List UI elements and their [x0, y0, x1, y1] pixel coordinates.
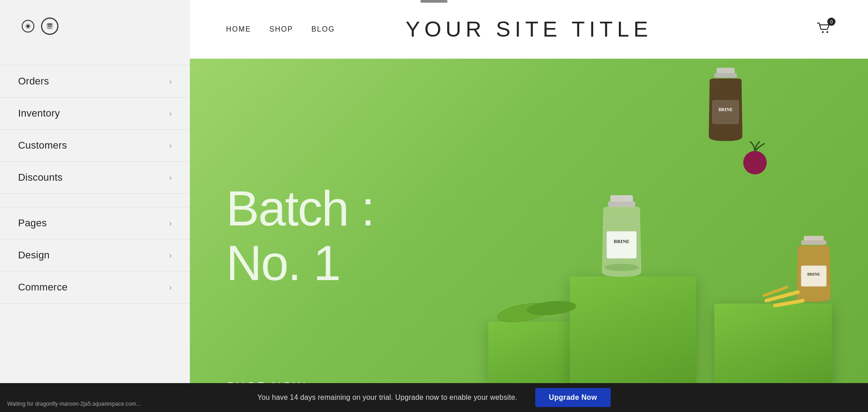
- customers-label: Customers: [18, 140, 67, 151]
- site-title: YOUR SITE TITLE: [406, 17, 652, 42]
- garnish-icon: [760, 286, 814, 313]
- upgrade-button[interactable]: Upgrade Now: [535, 388, 611, 407]
- nav-home[interactable]: HOME: [226, 25, 251, 33]
- svg-text:BRINE: BRINE: [807, 272, 821, 276]
- sidebar: Orders › Inventory › Customers › Discoun…: [0, 0, 190, 412]
- svg-rect-21: [773, 299, 805, 308]
- site-navigation: HOME SHOP BLOG: [226, 25, 335, 33]
- site-header: HOME SHOP BLOG YOUR SITE TITLE 0: [190, 0, 868, 59]
- svg-rect-5: [607, 231, 637, 258]
- hero-banner: Batch : No. 1 Shop Now: [190, 59, 868, 412]
- hero-title-line1: Batch :: [226, 181, 374, 235]
- sidebar-item-inventory[interactable]: Inventory ›: [0, 98, 190, 130]
- nav-divider: [0, 194, 190, 207]
- hero-text: Batch : No. 1: [226, 181, 374, 290]
- discounts-label: Discounts: [18, 172, 63, 183]
- nav-shop[interactable]: SHOP: [269, 25, 293, 33]
- brand-logo-icon: [40, 16, 60, 36]
- nav-blog[interactable]: BLOG: [311, 25, 335, 33]
- discounts-chevron-icon: ›: [169, 173, 172, 183]
- sidebar-logo[interactable]: [0, 0, 190, 38]
- product-display: BRINE BRINE: [461, 59, 868, 412]
- platform-3: [714, 304, 832, 385]
- svg-point-7: [604, 264, 639, 271]
- sidebar-item-commerce[interactable]: Commerce ›: [0, 272, 190, 304]
- platform-2: [570, 276, 696, 385]
- notification-text: You have 14 days remaining on your trial…: [257, 393, 517, 402]
- commerce-chevron-icon: ›: [169, 283, 172, 292]
- svg-text:BRINE: BRINE: [718, 107, 733, 112]
- svg-rect-13: [712, 100, 739, 124]
- inventory-label: Inventory: [18, 108, 60, 119]
- sidebar-item-customers[interactable]: Customers ›: [0, 130, 190, 162]
- hero-title: Batch : No. 1: [226, 181, 374, 290]
- design-chevron-icon: ›: [169, 251, 172, 260]
- sidebar-item-design[interactable]: Design ›: [0, 239, 190, 272]
- design-label: Design: [18, 249, 50, 261]
- pickles-icon: [493, 297, 583, 324]
- cart-button[interactable]: 0: [816, 20, 832, 38]
- commerce-label: Commerce: [18, 281, 67, 293]
- site-preview: HOME SHOP BLOG YOUR SITE TITLE 0 Batch :: [190, 0, 868, 412]
- svg-text:BRINE: BRINE: [614, 239, 630, 244]
- inventory-chevron-icon: ›: [169, 109, 172, 118]
- sidebar-item-discounts[interactable]: Discounts ›: [0, 162, 190, 194]
- svg-rect-4: [608, 201, 635, 207]
- customers-chevron-icon: ›: [169, 141, 172, 150]
- jar-2-icon: BRINE: [701, 68, 750, 149]
- beet-icon: [737, 140, 773, 176]
- cart-count: 0: [827, 18, 835, 26]
- svg-point-2: [826, 31, 828, 33]
- orders-chevron-icon: ›: [169, 77, 172, 86]
- pages-label: Pages: [18, 217, 47, 229]
- pages-chevron-icon: ›: [169, 219, 172, 228]
- sidebar-navigation: Orders › Inventory › Customers › Discoun…: [0, 65, 190, 412]
- jar-1-icon: BRINE: [592, 195, 651, 286]
- svg-point-1: [822, 31, 824, 33]
- hero-title-line2: No. 1: [226, 235, 374, 290]
- svg-rect-12: [714, 73, 737, 78]
- main-preview: HOME SHOP BLOG YOUR SITE TITLE 0 Batch :: [190, 0, 868, 412]
- status-bar: Waiting for dragonfly-maroon-2ja5.square…: [0, 396, 190, 412]
- svg-rect-17: [801, 240, 826, 245]
- svg-point-15: [743, 151, 767, 174]
- sidebar-item-orders[interactable]: Orders ›: [0, 65, 190, 98]
- sidebar-item-pages[interactable]: Pages ›: [0, 207, 190, 239]
- top-handle: [420, 0, 448, 3]
- orders-label: Orders: [18, 75, 49, 87]
- squarespace-logo-icon: [18, 16, 38, 36]
- status-text: Waiting for dragonfly-maroon-2ja5.square…: [7, 401, 141, 407]
